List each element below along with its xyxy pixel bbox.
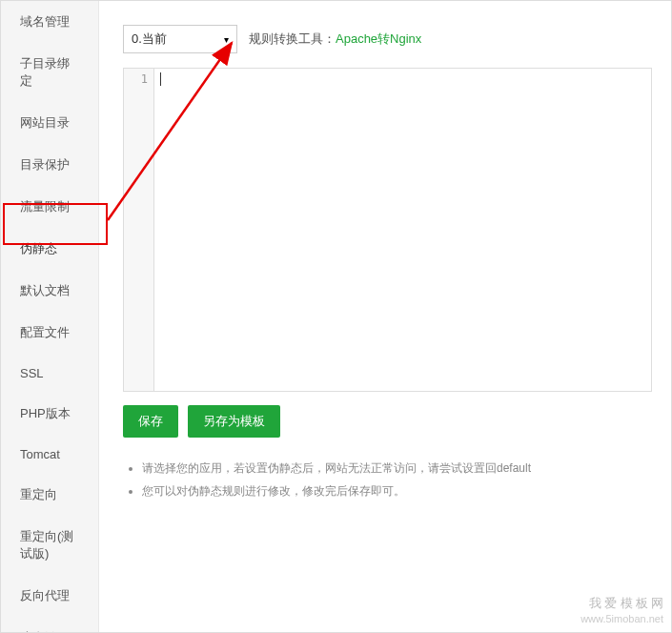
sidebar-item-label: 重定向(测试版) (20, 529, 73, 561)
tool-label: 规则转换工具：Apache转Nginx (249, 31, 421, 48)
sidebar-item-rewrite[interactable]: 伪静态 (1, 228, 98, 270)
sidebar: 域名管理 子目录绑定 网站目录 目录保护 流量限制 伪静态 默认文档 配置文件 … (1, 1, 99, 632)
sidebar-item-label: SSL (20, 366, 44, 380)
tip-item: 您可以对伪静态规则进行修改，修改完后保存即可。 (142, 480, 652, 502)
sidebar-item-default-doc[interactable]: 默认文档 (1, 270, 98, 312)
sidebar-item-tomcat[interactable]: Tomcat (1, 435, 98, 474)
button-row: 保存 另存为模板 (123, 405, 652, 438)
rewrite-editor[interactable]: 1 (123, 68, 652, 392)
sidebar-item-config[interactable]: 配置文件 (1, 312, 98, 354)
editor-body[interactable] (154, 69, 651, 391)
sidebar-item-label: 防盗链 (20, 630, 57, 632)
sidebar-item-domain[interactable]: 域名管理 (1, 1, 98, 43)
sidebar-item-ssl[interactable]: SSL (1, 354, 98, 393)
sidebar-item-php[interactable]: PHP版本 (1, 393, 98, 435)
sidebar-item-redirect-beta[interactable]: 重定向(测试版) (1, 516, 98, 575)
editor-cursor (160, 72, 161, 86)
sidebar-item-label: 默认文档 (20, 283, 70, 297)
sidebar-item-label: 配置文件 (20, 325, 70, 339)
editor-gutter: 1 (124, 69, 154, 391)
select-value: 0.当前 (132, 31, 167, 48)
watermark: 我 爱 模 板 网 www.5imoban.net (580, 596, 663, 626)
tips-list: 请选择您的应用，若设置伪静态后，网站无法正常访问，请尝试设置回default 您… (123, 457, 652, 502)
sidebar-item-label: 域名管理 (20, 14, 70, 29)
line-number: 1 (124, 72, 148, 86)
save-as-template-button[interactable]: 另存为模板 (188, 405, 280, 438)
sidebar-item-webdir[interactable]: 网站目录 (1, 102, 98, 144)
sidebar-item-label: 重定向 (20, 487, 57, 501)
sidebar-item-dirprotect[interactable]: 目录保护 (1, 144, 98, 186)
top-row: 0.当前 ▾ 规则转换工具：Apache转Nginx (123, 25, 652, 53)
sidebar-item-label: 子目录绑定 (20, 56, 70, 88)
watermark-text: 我 爱 模 板 网 (580, 596, 663, 611)
sidebar-item-traffic[interactable]: 流量限制 (1, 186, 98, 228)
main-panel: 0.当前 ▾ 规则转换工具：Apache转Nginx 1 保存 另存为模板 请选… (99, 1, 671, 632)
sidebar-item-subdir[interactable]: 子目录绑定 (1, 43, 98, 102)
sidebar-item-label: 网站目录 (20, 115, 70, 130)
sidebar-item-label: 流量限制 (20, 199, 70, 214)
template-select[interactable]: 0.当前 ▾ (123, 25, 237, 53)
sidebar-item-label: 目录保护 (20, 157, 70, 172)
sidebar-item-redirect[interactable]: 重定向 (1, 474, 98, 516)
sidebar-item-proxy[interactable]: 反向代理 (1, 575, 98, 617)
chevron-down-icon: ▾ (224, 34, 229, 45)
sidebar-item-label: 反向代理 (20, 588, 70, 602)
sidebar-item-label: 伪静态 (20, 241, 57, 255)
sidebar-item-label: PHP版本 (20, 406, 71, 420)
tip-item: 请选择您的应用，若设置伪静态后，网站无法正常访问，请尝试设置回default (142, 457, 652, 480)
sidebar-item-label: Tomcat (20, 447, 60, 461)
sidebar-item-hotlink[interactable]: 防盗链 (1, 617, 98, 632)
save-button[interactable]: 保存 (123, 405, 178, 438)
watermark-url: www.5imoban.net (580, 611, 663, 626)
convert-link[interactable]: Apache转Nginx (336, 31, 421, 46)
